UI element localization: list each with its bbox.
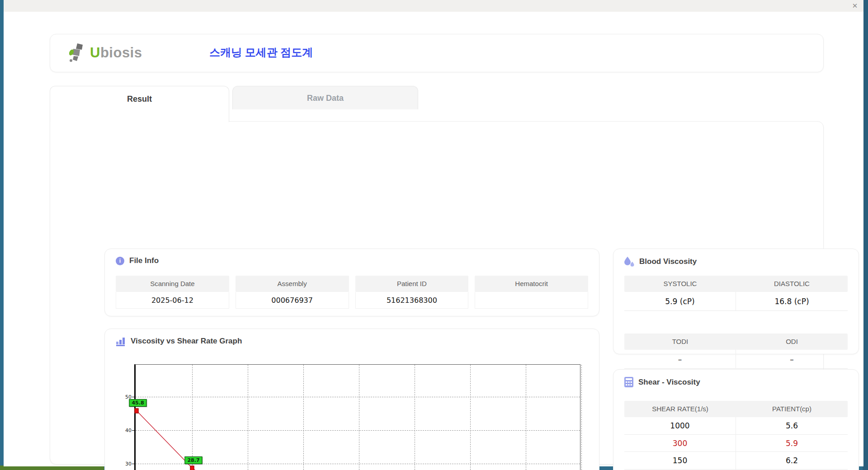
tab-raw-data[interactable]: Raw Data — [232, 86, 418, 109]
sv-header-cell: PATIENT(cp) — [736, 401, 848, 417]
graph-card: Viscosity vs Shear Rate Graph 1020304050… — [104, 329, 599, 470]
blood-viscosity-table-1: TODIODI–– — [624, 334, 848, 369]
sv-cell: 1000 — [624, 417, 736, 434]
blood-viscosity-title: Blood Viscosity — [624, 256, 697, 267]
file-info-header-assembly: Assembly — [236, 276, 349, 292]
calculator-icon — [624, 377, 633, 387]
viscosity-shear-plot: 10203040501251050100150300100045.828.716… — [134, 364, 580, 470]
sv-cell: 6.2 — [736, 452, 848, 469]
blood-drop-icon — [624, 256, 634, 267]
sv-row-1000: 10005.6 — [624, 417, 848, 435]
ubiosis-logo-text: Ubiosis — [90, 45, 142, 61]
y-axis-tick — [132, 397, 134, 397]
sv-row-150: 1506.2 — [624, 452, 848, 470]
file-info-title: i File Info — [116, 256, 159, 265]
graph-title-text: Viscosity vs Shear Rate Graph — [131, 337, 242, 346]
file-info-value-hematocrit — [475, 292, 588, 309]
sv-cell: 150 — [624, 452, 736, 469]
viscosity-line-series — [136, 365, 582, 470]
bv-header-cell: TODI — [624, 334, 736, 350]
sv-cell: 300 — [624, 435, 736, 452]
data-point-marker — [135, 408, 139, 413]
tab-result[interactable]: Result — [50, 86, 229, 122]
bv-value-row: –– — [624, 350, 848, 369]
bv-value-cell: 16.8 (cP) — [736, 292, 848, 311]
bar-chart-icon — [116, 336, 126, 346]
bv-header-row: TODIODI — [624, 334, 848, 350]
bv-value-cell: 5.9 (cP) — [624, 292, 736, 311]
file-info-title-text: File Info — [129, 256, 159, 265]
app-title: 스캐닝 모세관 점도계 — [209, 45, 313, 60]
y-axis-tick-label: 30 — [125, 461, 132, 466]
y-axis-tick — [132, 464, 134, 464]
bv-value-cell: – — [624, 350, 736, 369]
bv-value-cell: – — [736, 350, 848, 369]
ubiosis-logo: Ubiosis — [69, 42, 142, 63]
blood-viscosity-card: Blood Viscosity SYSTOLICDIASTOLIC5.9 (cP… — [613, 249, 859, 354]
y-axis-tick-label: 40 — [125, 427, 132, 433]
shear-viscosity-card: Shear - Viscosity SHEAR RATE(1/s)PATIENT… — [613, 369, 859, 470]
app-window: ✕ Ubiosis 스캐닝 모세관 점도계 Result Raw Data i … — [4, 0, 863, 466]
file-info-value-patient-id: 51621368300 — [355, 292, 469, 309]
window-close-button[interactable]: ✕ — [851, 2, 859, 10]
bv-value-row: 5.9 (cP)16.8 (cP) — [624, 292, 848, 311]
sv-header-row: SHEAR RATE(1/s)PATIENT(cp) — [624, 401, 848, 417]
bv-header-cell: SYSTOLIC — [624, 276, 736, 292]
data-point-marker — [190, 465, 194, 470]
file-info-grid: Scanning DateAssemblyPatient IDHematocri… — [116, 276, 588, 309]
file-info-header-hematocrit: Hematocrit — [475, 276, 588, 292]
graph-title: Viscosity vs Shear Rate Graph — [116, 336, 242, 346]
bv-header-cell: DIASTOLIC — [736, 276, 848, 292]
file-info-value-scanning-date: 2025-06-12 — [116, 292, 229, 309]
y-axis-tick — [132, 430, 134, 431]
ubiosis-logo-icon — [69, 42, 87, 63]
file-info-card: i File Info Scanning DateAssemblyPatient… — [104, 249, 599, 316]
sv-cell: 5.9 — [736, 435, 848, 452]
result-panel: i File Info Scanning DateAssemblyPatient… — [50, 121, 824, 465]
data-point-label: 45.8 — [129, 399, 146, 407]
file-info-header-patient-id: Patient ID — [355, 276, 469, 292]
file-info-header-scanning-date: Scanning Date — [116, 276, 229, 292]
data-point-label: 28.7 — [184, 456, 202, 464]
bv-header-cell: ODI — [736, 334, 848, 350]
shear-viscosity-table: SHEAR RATE(1/s)PATIENT(cp)10005.63005.91… — [624, 401, 848, 470]
sv-row-300: 3005.9 — [624, 435, 848, 452]
info-icon: i — [116, 257, 124, 265]
window-titlebar: ✕ — [4, 0, 863, 12]
shear-viscosity-title: Shear - Viscosity — [624, 377, 700, 387]
sv-header-cell: SHEAR RATE(1/s) — [624, 401, 736, 417]
sv-cell: 5.6 — [736, 417, 848, 434]
app-header: Ubiosis 스캐닝 모세관 점도계 — [50, 34, 824, 72]
blood-viscosity-table-0: SYSTOLICDIASTOLIC5.9 (cP)16.8 (cP) — [624, 276, 848, 311]
file-info-value-assembly: 000676937 — [236, 292, 349, 309]
shear-viscosity-title-text: Shear - Viscosity — [638, 378, 700, 387]
blood-viscosity-title-text: Blood Viscosity — [639, 257, 697, 266]
bv-header-row: SYSTOLICDIASTOLIC — [624, 276, 848, 292]
